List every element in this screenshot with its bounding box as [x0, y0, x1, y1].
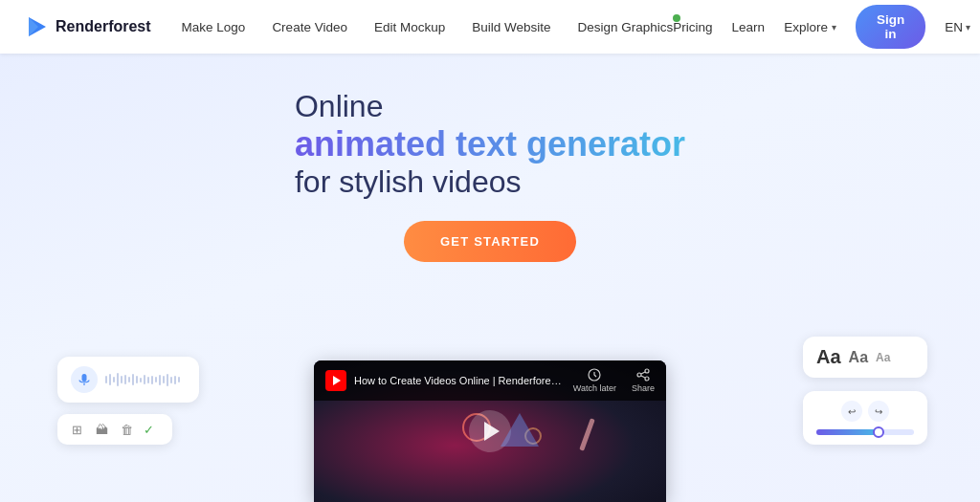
signin-button[interactable]: Sign in — [856, 5, 925, 49]
left-floating-cards: ⊞ 🏔 🗑 ✓ — [57, 357, 199, 445]
slider-arrows: ↩ ↪ — [816, 401, 914, 422]
svg-rect-2 — [82, 374, 87, 382]
svg-point-5 — [645, 369, 649, 373]
play-icon — [484, 422, 500, 441]
youtube-play-triangle — [333, 376, 341, 385]
slider-card: ↩ ↪ — [803, 391, 927, 445]
font-large: Aa — [816, 346, 841, 368]
logo-icon — [23, 13, 50, 40]
deco-triangle — [501, 413, 539, 447]
hero-line1: Online — [295, 89, 384, 123]
resize-icon: ⊞ — [69, 422, 84, 437]
new-badge — [673, 14, 680, 22]
share-button[interactable]: Share — [632, 368, 655, 393]
watch-later-button[interactable]: Watch later — [573, 368, 616, 393]
lang-chevron-icon: ▾ — [966, 22, 970, 33]
check-icon: ✓ — [144, 423, 154, 437]
svg-point-6 — [637, 373, 641, 377]
video-thumbnail[interactable]: How to Create Videos Online | Renderfore… — [314, 360, 666, 502]
font-mid: Aa — [849, 349, 868, 366]
font-size-card: Aa Aa Aa — [803, 337, 927, 378]
navbar: Renderforest Make Logo Create Video Edit… — [0, 0, 980, 54]
waveform — [105, 373, 186, 386]
logo[interactable]: Renderforest — [23, 13, 151, 40]
chevron-down-icon: ▾ — [832, 22, 836, 33]
video-title: How to Create Videos Online | Renderfore… — [354, 375, 566, 386]
nav-make-logo[interactable]: Make Logo — [182, 20, 246, 34]
nav-explore[interactable]: Explore ▾ — [784, 20, 836, 34]
video-top-bar: How to Create Videos Online | Renderfore… — [314, 360, 666, 401]
nav-pricing[interactable]: Pricing — [673, 20, 712, 34]
youtube-icon — [325, 370, 346, 391]
nav-learn[interactable]: Learn — [732, 20, 766, 34]
slider-fill — [816, 429, 880, 435]
svg-line-8 — [641, 372, 645, 374]
audio-card — [57, 357, 199, 403]
mic-icon — [71, 366, 98, 393]
nav-build-website[interactable]: Build Website — [472, 20, 550, 34]
svg-line-9 — [641, 376, 645, 378]
hero-line2: animated text generator — [295, 124, 685, 164]
hero-line3: for stylish videos — [295, 164, 522, 199]
slider-thumb[interactable] — [873, 426, 884, 438]
delete-icon: 🗑 — [119, 422, 134, 437]
svg-point-7 — [645, 377, 649, 381]
font-small: Aa — [876, 351, 890, 364]
nav-design-graphics[interactable]: Design Graphics — [578, 20, 674, 34]
deco-pencil — [579, 418, 595, 451]
nav-right: Pricing Learn Explore ▾ Sign in EN ▾ — [673, 5, 970, 49]
get-started-button[interactable]: GET STARTED — [404, 221, 576, 262]
logo-text: Renderforest — [56, 18, 151, 35]
slider-track[interactable] — [816, 429, 914, 435]
hero-title: Online animated text generator for styli… — [295, 88, 685, 200]
nav-edit-mockup[interactable]: Edit Mockup — [374, 20, 445, 34]
image-icon: 🏔 — [94, 422, 109, 437]
language-selector[interactable]: EN ▾ — [945, 20, 970, 34]
nav-create-video[interactable]: Create Video — [272, 20, 347, 34]
arrow-right-button[interactable]: ↪ — [868, 401, 889, 422]
right-floating-cards: Aa Aa Aa ↩ ↪ — [803, 337, 927, 445]
arrow-left-button[interactable]: ↩ — [841, 401, 862, 422]
nav-links: Make Logo Create Video Edit Mockup Build… — [182, 20, 674, 34]
hero-section: Online animated text generator for styli… — [0, 54, 980, 502]
toolbar-card: ⊞ 🏔 🗑 ✓ — [57, 414, 172, 445]
